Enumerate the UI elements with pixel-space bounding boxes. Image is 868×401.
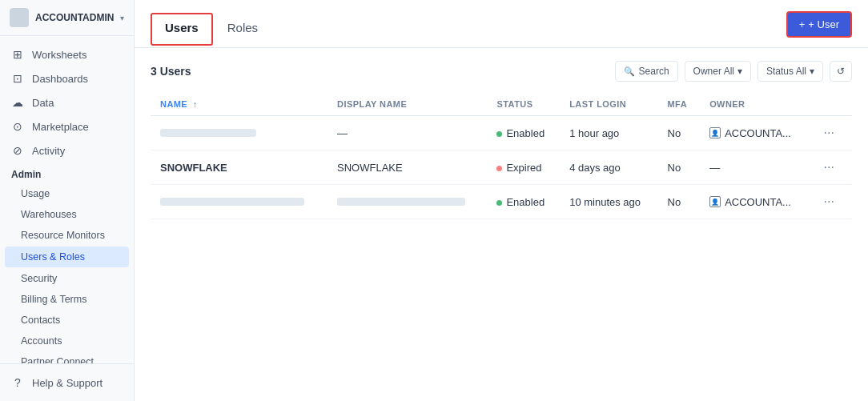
cell-last-login: 4 days ago [560, 150, 657, 185]
sidebar-item-resource-monitors[interactable]: Resource Monitors [0, 225, 134, 246]
users-count: 3 Users [151, 65, 191, 78]
sidebar-bottom: ? Help & Support [0, 363, 134, 401]
sidebar-item-warehouses[interactable]: Warehouses [0, 204, 134, 225]
cell-last-login: 1 hour ago [560, 116, 657, 150]
cell-mfa: No [658, 116, 701, 150]
owner-icon: 👤 [709, 127, 721, 138]
sort-arrow-icon: ↑ [193, 99, 198, 109]
refresh-button[interactable]: ↺ [830, 61, 852, 82]
tab-users[interactable]: Users [151, 13, 213, 46]
col-status: STATUS [487, 93, 560, 116]
cell-actions: ··· [809, 116, 852, 150]
status-dot-icon [496, 166, 502, 171]
cell-status: Expired [487, 150, 560, 185]
sidebar-item-accounts[interactable]: Accounts [0, 331, 134, 351]
sidebar-item-users-roles[interactable]: Users & Roles [5, 247, 129, 267]
chevron-down-icon: ▾ [810, 66, 814, 77]
admin-label: Admin [11, 169, 41, 180]
status-text: Expired [506, 162, 541, 174]
sidebar-item-help-support[interactable]: ? Help & Support [0, 371, 134, 395]
data-icon: ☁ [11, 96, 24, 109]
cell-display-name [328, 185, 487, 219]
cell-last-login: 10 minutes ago [560, 185, 657, 219]
cell-display-name: — [328, 116, 487, 150]
cell-name [151, 185, 328, 219]
owner-icon: 👤 [709, 196, 721, 207]
sidebar-item-marketplace[interactable]: ⊙ Marketplace [0, 114, 134, 138]
dashboards-icon: ⊡ [11, 72, 24, 85]
add-user-button[interactable]: + + User [786, 11, 852, 38]
cell-mfa: No [658, 150, 701, 185]
tab-roles[interactable]: Roles [213, 13, 272, 46]
worksheets-icon: ⊞ [11, 48, 24, 61]
sidebar-item-billing-terms[interactable]: Billing & Terms [0, 289, 134, 310]
col-owner: OWNER [700, 93, 809, 116]
search-icon: 🔍 [624, 66, 635, 77]
cell-owner: 👤ACCOUNTA... [700, 116, 809, 150]
plus-icon: + [799, 18, 806, 30]
status-text: Enabled [506, 127, 545, 139]
sidebar-header[interactable]: ACCOUNTADMIN ▾ [0, 0, 134, 36]
status-dot-icon [496, 200, 502, 206]
sidebar-item-worksheets[interactable]: ⊞ Worksheets [0, 42, 134, 66]
help-icon: ? [11, 376, 24, 389]
redacted-display-name [337, 198, 465, 206]
chevron-down-icon: ▾ [737, 66, 742, 77]
table-row: Enabled10 minutes agoNo👤ACCOUNTA...··· [151, 185, 852, 219]
table-row: SNOWFLAKESNOWFLAKEExpired4 days agoNo—··… [151, 150, 852, 185]
chevron-down-icon: ▾ [120, 14, 124, 22]
cell-owner: 👤ACCOUNTA... [700, 185, 809, 219]
sidebar-item-label: Worksheets [32, 49, 86, 61]
more-options-button[interactable]: ··· [818, 158, 838, 176]
cell-owner: — [700, 150, 809, 185]
cell-actions: ··· [809, 150, 852, 185]
col-name[interactable]: NAME ↑ [151, 93, 328, 116]
sidebar-item-dashboards[interactable]: ⊡ Dashboards [0, 66, 134, 90]
main-header: Users Roles + + User [135, 0, 868, 48]
cell-name [151, 116, 328, 150]
cell-status: Enabled [487, 185, 560, 219]
sidebar-item-partner-connect[interactable]: Partner Connect [0, 351, 134, 363]
sidebar-item-label: Activity [32, 145, 65, 157]
toolbar-right: 🔍 Search Owner All ▾ Status All ▾ ↺ [615, 61, 852, 82]
col-actions [809, 93, 852, 116]
sidebar-item-activity[interactable]: ⊘ Activity [0, 138, 134, 162]
content-toolbar: 3 Users 🔍 Search Owner All ▾ Status All … [151, 61, 852, 82]
owner-name: ACCOUNTA... [725, 196, 791, 208]
sidebar-item-security[interactable]: Security [0, 268, 134, 289]
owner-filter-button[interactable]: Owner All ▾ [685, 61, 751, 82]
cell-display-name: SNOWFLAKE [328, 150, 487, 185]
search-button[interactable]: 🔍 Search [615, 61, 678, 82]
users-table: NAME ↑ DISPLAY NAME STATUS LAST LOGIN MF… [151, 93, 852, 219]
redacted-name [160, 129, 256, 137]
activity-icon: ⊘ [11, 144, 24, 157]
status-dot-icon [496, 131, 502, 137]
status-filter-button[interactable]: Status All ▾ [757, 61, 823, 82]
avatar [10, 8, 29, 27]
tabs: Users Roles [151, 13, 272, 46]
sidebar-item-contacts[interactable]: Contacts [0, 310, 134, 331]
col-mfa: MFA [658, 93, 701, 116]
marketplace-icon: ⊙ [11, 120, 24, 133]
redacted-name [160, 198, 304, 206]
refresh-icon: ↺ [837, 66, 845, 77]
sidebar-item-label: Marketplace [32, 121, 89, 133]
sidebar-item-usage[interactable]: Usage [0, 183, 134, 204]
owner-name: ACCOUNTA... [725, 127, 791, 139]
col-last-login: LAST LOGIN [560, 93, 657, 116]
sidebar: ACCOUNTADMIN ▾ ⊞ Worksheets ⊡ Dashboards… [0, 0, 135, 401]
admin-section-header[interactable]: Admin [0, 162, 134, 183]
sidebar-item-label: Dashboards [32, 73, 88, 85]
cell-actions: ··· [809, 185, 852, 219]
cell-mfa: No [658, 185, 701, 219]
more-options-button[interactable]: ··· [818, 124, 838, 142]
content-area: 3 Users 🔍 Search Owner All ▾ Status All … [135, 48, 868, 401]
main-content: Users Roles + + User 3 Users 🔍 Search Ow… [135, 0, 868, 401]
cell-status: Enabled [487, 116, 560, 150]
account-name: ACCOUNTADMIN [35, 12, 114, 23]
sidebar-item-label: Data [32, 97, 54, 109]
cell-name: SNOWFLAKE [151, 150, 328, 185]
sidebar-item-data[interactable]: ☁ Data [0, 90, 134, 114]
more-options-button[interactable]: ··· [818, 193, 838, 211]
sidebar-item-label: Help & Support [32, 377, 102, 389]
